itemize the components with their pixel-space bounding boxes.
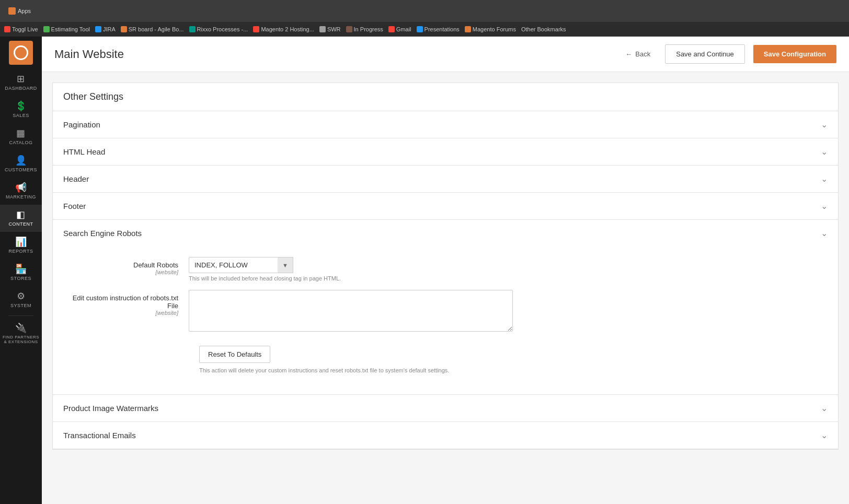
bookmark-sr-board[interactable]: SR board - Agile Bo...: [121, 26, 184, 32]
sidebar-item-content[interactable]: ◧ CONTENT: [0, 205, 42, 232]
apps-tab-icon: [8, 7, 16, 15]
sidebar-item-dashboard[interactable]: ⊞ DASHBOARD: [0, 69, 42, 96]
html-head-chevron-icon: ⌄: [821, 147, 828, 157]
custom-instruction-row: Edit custom instruction of robots.txt Fi…: [63, 290, 828, 333]
header-actions: ← Back Save and Continue Save Configurat…: [619, 44, 836, 64]
accordion-pagination-header[interactable]: Pagination ⌄: [53, 111, 838, 138]
accordion-watermarks-header[interactable]: Product Image Watermarks ⌄: [53, 395, 838, 421]
catalog-icon: ▦: [16, 128, 26, 138]
settings-section-title: Other Settings: [53, 83, 838, 111]
browser-tab-apps[interactable]: Apps: [4, 6, 35, 16]
swr-icon: [319, 26, 326, 32]
pagination-chevron-icon: ⌄: [821, 120, 828, 130]
bookmark-magento-hosting[interactable]: Magento 2 Hosting...: [253, 26, 314, 32]
accordion-header: Header ⌄: [53, 166, 838, 193]
default-robots-sublabel: [website]: [63, 269, 178, 275]
accordion-pagination: Pagination ⌄: [53, 111, 838, 138]
sales-icon: 💲: [15, 101, 27, 111]
robots-chevron-icon: ⌄: [821, 228, 828, 238]
sidebar-item-customers[interactable]: 👤 CUSTOMERS: [0, 150, 42, 178]
default-robots-label: Default Robots: [63, 261, 178, 269]
save-configuration-button[interactable]: Save Configuration: [753, 45, 836, 63]
sidebar: ⊞ DASHBOARD 💲 SALES ▦ CATALOG 👤 CUSTOMER…: [0, 37, 42, 504]
bookmark-magento-forums[interactable]: Magento Forums: [465, 26, 516, 32]
accordion-footer: Footer ⌄: [53, 193, 838, 220]
footer-chevron-icon: ⌄: [821, 201, 828, 211]
reset-defaults-button[interactable]: Reset To Defaults: [199, 346, 270, 363]
accordion-watermarks: Product Image Watermarks ⌄: [53, 395, 838, 422]
bookmark-jira[interactable]: JIRA: [95, 26, 116, 32]
sidebar-item-marketing[interactable]: 📢 MARKETING: [0, 178, 42, 205]
estimating-icon: [43, 26, 50, 32]
accordion-transactional-emails-title: Transactional Emails: [63, 431, 136, 440]
reports-icon: 📊: [15, 237, 27, 247]
presentations-icon: [417, 26, 423, 32]
default-robots-label-col: Default Robots [website]: [63, 257, 189, 275]
system-icon: ⚙: [17, 291, 26, 301]
bookmark-swr[interactable]: SWR: [319, 26, 341, 32]
custom-instruction-textarea[interactable]: [189, 290, 513, 332]
bookmark-estimating[interactable]: Estimating Tool: [43, 26, 90, 32]
dashboard-icon: ⊞: [17, 74, 25, 84]
stores-icon: 🏪: [15, 264, 27, 274]
accordion-footer-header[interactable]: Footer ⌄: [53, 193, 838, 219]
default-robots-field-col: INDEX, FOLLOW NOINDEX, NOFOLLOW NOINDEX,…: [189, 257, 828, 282]
accordion-search-robots: Search Engine Robots ⌄ Default Robots [w…: [53, 220, 838, 395]
magento-hosting-icon: [253, 26, 259, 32]
header-chevron-icon: ⌄: [821, 174, 828, 184]
back-button[interactable]: ← Back: [619, 46, 657, 62]
sidebar-item-sales[interactable]: 💲 SALES: [0, 96, 42, 123]
sidebar-divider: [8, 315, 33, 316]
save-continue-button[interactable]: Save and Continue: [665, 44, 745, 64]
sr-board-icon: [121, 26, 127, 32]
default-robots-row: Default Robots [website] INDEX, FOLLOW N…: [63, 257, 828, 282]
accordion-transactional-emails-header[interactable]: Transactional Emails ⌄: [53, 422, 838, 449]
back-arrow-icon: ←: [625, 50, 632, 58]
accordion-header-header[interactable]: Header ⌄: [53, 166, 838, 192]
sidebar-item-system[interactable]: ⚙ SYSTEM: [0, 286, 42, 313]
accordion-search-robots-content: Default Robots [website] INDEX, FOLLOW N…: [53, 247, 838, 394]
logo-icon: [14, 45, 28, 60]
bookmark-presentations[interactable]: Presentations: [417, 26, 460, 32]
gmail-icon: [388, 26, 395, 32]
accordion-transactional-emails: Transactional Emails ⌄: [53, 422, 838, 449]
in-progress-icon: [346, 26, 352, 32]
default-robots-select[interactable]: INDEX, FOLLOW NOINDEX, NOFOLLOW NOINDEX,…: [189, 257, 293, 273]
find-partners-icon: 🔌: [15, 323, 27, 333]
form-actions: Reset To Defaults This action will delet…: [63, 342, 828, 382]
rixxo-icon: [189, 26, 196, 32]
custom-instruction-label-col: Edit custom instruction of robots.txt Fi…: [63, 290, 189, 316]
default-robots-select-wrapper: INDEX, FOLLOW NOINDEX, NOFOLLOW NOINDEX,…: [189, 257, 293, 273]
custom-instruction-sublabel: [website]: [63, 310, 178, 316]
content-area: Other Settings Pagination ⌄ HTML Head ⌄: [42, 72, 849, 504]
custom-instruction-field-col: [189, 290, 828, 333]
page-title: Main Website: [54, 48, 124, 61]
app-logo[interactable]: [9, 41, 33, 65]
bookmark-bar: Toggl Live Estimating Tool JIRA SR board…: [0, 22, 849, 37]
sidebar-item-reports[interactable]: 📊 REPORTS: [0, 232, 42, 259]
content-icon: ◧: [16, 210, 26, 219]
accordion-pagination-title: Pagination: [63, 120, 100, 129]
toggl-icon: [4, 26, 10, 32]
sidebar-item-stores[interactable]: 🏪 STORES: [0, 259, 42, 286]
transactional-emails-chevron-icon: ⌄: [821, 430, 828, 440]
marketing-icon: 📢: [15, 183, 27, 192]
bookmark-in-progress[interactable]: In Progress: [346, 26, 383, 32]
accordion-search-robots-header[interactable]: Search Engine Robots ⌄: [53, 220, 838, 247]
accordion-html-head: HTML Head ⌄: [53, 138, 838, 166]
accordion-footer-title: Footer: [63, 202, 86, 210]
bookmark-other[interactable]: Other Bookmarks: [521, 26, 566, 32]
customers-icon: 👤: [15, 156, 27, 165]
sidebar-item-find-partners[interactable]: 🔌 FIND PARTNERS & EXTENSIONS: [0, 318, 42, 349]
bookmark-gmail[interactable]: Gmail: [388, 26, 411, 32]
jira-icon: [95, 26, 101, 32]
accordion-header-title: Header: [63, 174, 89, 183]
reset-hint: This action will delete your custom inst…: [199, 367, 828, 373]
sidebar-item-catalog[interactable]: ▦ CATALOG: [0, 123, 42, 150]
accordion-html-head-header[interactable]: HTML Head ⌄: [53, 138, 838, 165]
accordion-watermarks-title: Product Image Watermarks: [63, 404, 158, 413]
bookmark-toggl[interactable]: Toggl Live: [4, 26, 38, 32]
bookmark-rixxo[interactable]: Rixxo Processes -...: [189, 26, 248, 32]
magento-forums-icon: [465, 26, 471, 32]
default-robots-hint: This will be included before head closin…: [189, 275, 828, 282]
